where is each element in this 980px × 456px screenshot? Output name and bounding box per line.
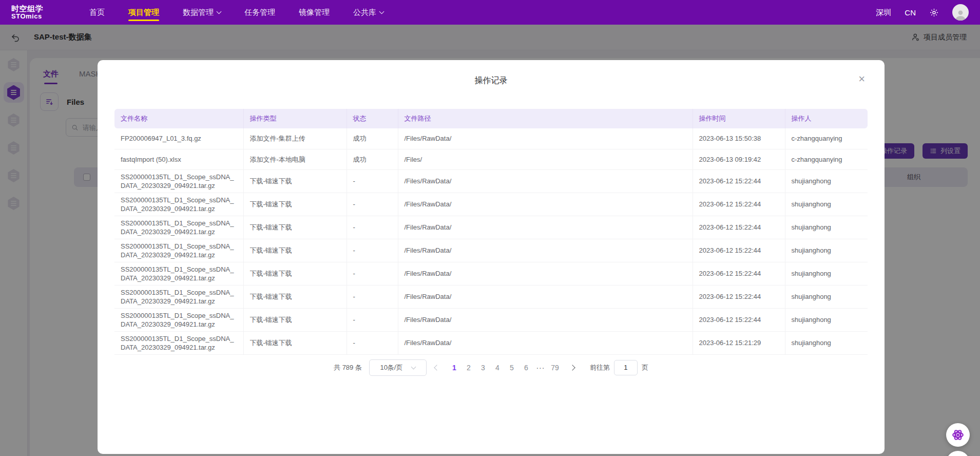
goto-page-suffix: 页 — [642, 363, 648, 372]
nav-item-2[interactable]: 项目管理 — [128, 0, 159, 25]
pagination-page-4[interactable]: 4 — [490, 360, 505, 375]
cell-file-path: /Files/RawData/ — [398, 285, 693, 308]
table-row: fastqImport (50).xlsx添加文件-本地电脑成功/Files/2… — [114, 149, 868, 169]
cell-file-name: SS200000135TL_D1_Scope_ssDNA_DATA_202303… — [114, 331, 243, 354]
pagination-page-6[interactable]: 6 — [519, 360, 533, 375]
cell-status: - — [347, 169, 398, 193]
chevron-down-icon — [379, 9, 385, 14]
cell-operation-type: 下载-镭速下载 — [243, 193, 347, 216]
cell-operator: shujianghong — [785, 308, 868, 331]
cell-status: - — [347, 331, 398, 354]
chevron-left-icon — [434, 365, 439, 370]
next-page-button[interactable] — [565, 360, 580, 375]
cell-operator: c-zhangquanying — [785, 149, 868, 169]
cell-file-path: /Files/RawData/ — [398, 193, 693, 216]
page-size-select[interactable]: 10条/页 — [369, 359, 427, 376]
page-number-list: 123456···79 — [447, 360, 562, 375]
previous-page-button[interactable] — [430, 360, 444, 375]
cell-status: - — [347, 239, 398, 262]
column-header-file-name: 文件名称 — [114, 109, 243, 128]
table-row: SS200000135TL_D1_Scope_ssDNA_DATA_202303… — [114, 331, 868, 354]
cell-file-path: /Files/ — [398, 149, 693, 169]
language-switch[interactable]: CN — [905, 8, 916, 17]
cell-file-path: /Files/RawData/ — [398, 331, 693, 354]
column-header-file-path: 文件路径 — [398, 109, 693, 128]
cell-operation-time: 2023-06-12 15:22:44 — [693, 308, 785, 331]
cell-file-name: SS200000135TL_D1_Scope_ssDNA_DATA_202303… — [114, 193, 243, 216]
cell-file-path: /Files/RawData/ — [398, 128, 693, 149]
cell-operation-time: 2023-06-12 15:22:44 — [693, 169, 785, 193]
table-row: SS200000135TL_D1_Scope_ssDNA_DATA_202303… — [114, 193, 868, 216]
cell-file-path: /Files/RawData/ — [398, 308, 693, 331]
cell-file-name: SS200000135TL_D1_Scope_ssDNA_DATA_202303… — [114, 239, 243, 262]
cell-file-name: SS200000135TL_D1_Scope_ssDNA_DATA_202303… — [114, 262, 243, 285]
goto-page-input[interactable] — [614, 360, 638, 375]
table-row: SS200000135TL_D1_Scope_ssDNA_DATA_202303… — [114, 308, 868, 331]
assistant-floating-button[interactable] — [946, 423, 970, 447]
cell-status: - — [347, 193, 398, 216]
total-count-label: 共 789 条 — [334, 363, 362, 372]
cell-operator: shujianghong — [785, 193, 868, 216]
cell-operation-type: 下载-镭速下载 — [243, 262, 347, 285]
atom-icon — [951, 428, 965, 442]
cell-operation-time: 2023-06-13 15:50:38 — [693, 128, 785, 149]
cell-file-path: /Files/RawData/ — [398, 216, 693, 239]
cell-operation-type: 下载-镭速下载 — [243, 308, 347, 331]
cell-operation-time: 2023-06-13 09:19:42 — [693, 149, 785, 169]
cell-file-name: FP200006947_L01_3.fq.gz — [114, 128, 243, 149]
cell-file-path: /Files/RawData/ — [398, 239, 693, 262]
chevron-down-icon — [217, 9, 222, 14]
app-logo[interactable]: 时空组学 STOmics — [11, 5, 43, 20]
pagination: 共 789 条 10条/页 123456···79 前往第 页 — [98, 359, 885, 376]
pagination-page-3[interactable]: 3 — [476, 360, 490, 375]
table-row: SS200000135TL_D1_Scope_ssDNA_DATA_202303… — [114, 216, 868, 239]
logo-line2: STOmics — [11, 13, 43, 20]
column-header-status: 状态 — [347, 109, 398, 128]
cell-operation-type: 下载-镭速下载 — [243, 285, 347, 308]
table-row: SS200000135TL_D1_Scope_ssDNA_DATA_202303… — [114, 169, 868, 193]
nav-item-6[interactable]: 公共库 — [353, 0, 383, 25]
nav-item-5[interactable]: 镜像管理 — [299, 0, 330, 25]
goto-page-prefix: 前往第 — [590, 363, 610, 372]
operation-record-modal: 操作记录 × 文件名称操作类型状态文件路径操作时间操作人 FP200006947… — [98, 60, 885, 454]
user-avatar[interactable] — [952, 4, 969, 21]
cell-operation-time: 2023-06-12 15:22:44 — [693, 285, 785, 308]
cell-operation-type: 下载-镭速下载 — [243, 216, 347, 239]
pagination-page-1[interactable]: 1 — [447, 360, 462, 375]
cell-operation-type: 添加文件-本地电脑 — [243, 149, 347, 169]
pagination-page-2[interactable]: 2 — [462, 360, 476, 375]
pagination-page-5[interactable]: 5 — [505, 360, 519, 375]
nav-item-3[interactable]: 数据管理 — [183, 0, 221, 25]
cell-operator: shujianghong — [785, 239, 868, 262]
table-row: FP200006947_L01_3.fq.gz添加文件-集群上传成功/Files… — [114, 128, 868, 149]
cell-file-name: SS200000135TL_D1_Scope_ssDNA_DATA_202303… — [114, 169, 243, 193]
pagination-page-79[interactable]: 79 — [548, 360, 562, 375]
column-header-operator: 操作人 — [785, 109, 868, 128]
cell-operator: shujianghong — [785, 262, 868, 285]
nav-menu: 首页项目管理数据管理任务管理镜像管理公共库 — [89, 0, 383, 25]
cell-file-path: /Files/RawData/ — [398, 169, 693, 193]
cell-file-name: SS200000135TL_D1_Scope_ssDNA_DATA_202303… — [114, 308, 243, 331]
cell-operation-time: 2023-06-12 15:22:44 — [693, 262, 785, 285]
nav-item-1[interactable]: 首页 — [89, 0, 105, 25]
region-label[interactable]: 深圳 — [876, 8, 891, 17]
cell-operation-time: 2023-06-12 15:22:44 — [693, 193, 785, 216]
cell-operation-time: 2023-06-12 15:22:44 — [693, 216, 785, 239]
cell-file-name: SS200000135TL_D1_Scope_ssDNA_DATA_202303… — [114, 216, 243, 239]
gear-icon[interactable] — [929, 8, 939, 17]
cell-status: 成功 — [347, 149, 398, 169]
cell-operation-type: 下载-镭速下载 — [243, 169, 347, 193]
page-size-value: 10条/页 — [380, 363, 402, 372]
table-row: SS200000135TL_D1_Scope_ssDNA_DATA_202303… — [114, 262, 868, 285]
close-icon[interactable]: × — [858, 73, 865, 85]
operation-record-table: 文件名称操作类型状态文件路径操作时间操作人 FP200006947_L01_3.… — [114, 109, 868, 355]
cell-status: - — [347, 285, 398, 308]
cell-operator: c-zhangquanying — [785, 128, 868, 149]
nav-item-4[interactable]: 任务管理 — [244, 0, 275, 25]
cell-operator: shujianghong — [785, 331, 868, 354]
cell-status: - — [347, 308, 398, 331]
cell-operator: shujianghong — [785, 169, 868, 193]
pagination-more[interactable]: ··· — [533, 360, 548, 375]
cell-file-name: fastqImport (50).xlsx — [114, 149, 243, 169]
cell-operation-type: 下载-镭速下载 — [243, 331, 347, 354]
